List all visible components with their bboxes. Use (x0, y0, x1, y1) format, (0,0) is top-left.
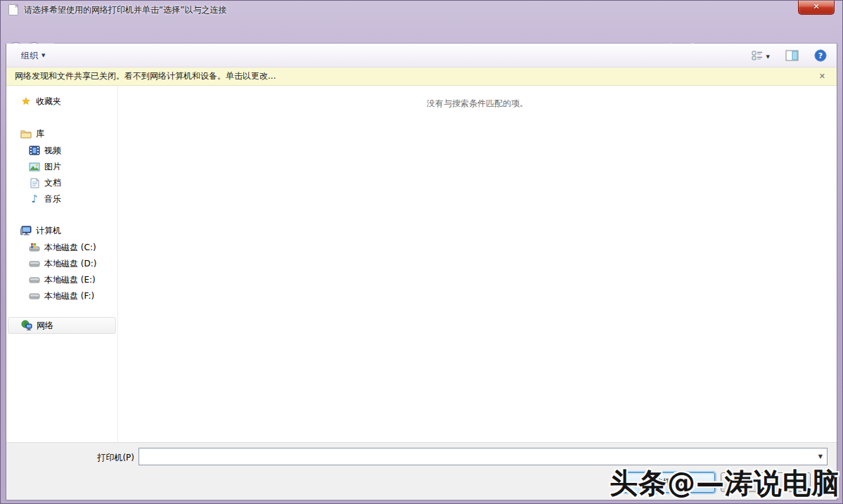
printer-label: 打印机(P) (74, 452, 134, 464)
infobar-close-icon[interactable]: ✕ (816, 72, 828, 81)
sidebar-item-local-disk-f[interactable]: 本地磁盘 (F:) (29, 289, 94, 303)
preview-pane-icon (785, 50, 799, 63)
drive-icon (29, 274, 40, 285)
videos-icon (29, 145, 40, 156)
sidebar-item-label: 计算机 (36, 225, 61, 237)
system-drive-icon (29, 242, 40, 253)
sidebar-item-documents[interactable]: 文档 (29, 176, 61, 190)
organize-button[interactable]: 组织▼ (15, 48, 51, 64)
close-button[interactable]: ✕ (798, 0, 835, 15)
sidebar-item-label: 文档 (44, 177, 61, 189)
computer-icon (20, 225, 32, 236)
sidebar-item-label: 本地磁盘 (C:) (44, 242, 96, 254)
toutiao-watermark: 头条@—涛说电脑 (610, 464, 840, 503)
change-view-button[interactable]: ▼ (749, 49, 773, 65)
navigation-pane: ★ 收藏夹 库 视频 (6, 86, 117, 442)
sidebar-item-favorites[interactable]: ★ 收藏夹 (20, 94, 61, 108)
sidebar-item-videos[interactable]: 视频 (29, 143, 61, 157)
network-discovery-infobar[interactable]: 网络发现和文件共享已关闭。看不到网络计算机和设备。单击以更改... ✕ (6, 67, 837, 86)
sidebar-item-local-disk-e[interactable]: 本地磁盘 (E:) (29, 273, 96, 287)
client-area: 组织▼ ▼ ? (6, 44, 837, 500)
window-title: 请选择希望使用的网络打印机并单击“选择”以与之连接 (24, 4, 226, 16)
sidebar-item-computer[interactable]: 计算机 (20, 224, 61, 238)
sidebar-item-label: 收藏夹 (36, 96, 61, 108)
sidebar-item-pictures[interactable]: 图片 (29, 160, 61, 174)
content-area: ★ 收藏夹 库 视频 (6, 86, 837, 442)
chevron-down-icon: ▼ (766, 54, 770, 60)
help-icon: ? (814, 49, 827, 64)
combobox-dropdown-icon[interactable]: ▼ (814, 453, 827, 460)
sidebar-item-label: 网络 (37, 320, 53, 332)
navigation-bar: ◄ ► ▼ ▶ 网络 ▼ ⟳ (0, 20, 843, 44)
sidebar-item-label: 本地磁盘 (F:) (44, 290, 94, 302)
help-button[interactable]: ? (811, 47, 830, 66)
libraries-folder-icon (20, 128, 32, 139)
command-toolbar: 组织▼ ▼ ? (6, 44, 837, 67)
sidebar-item-local-disk-d[interactable]: 本地磁盘 (D:) (29, 257, 96, 271)
svg-text:?: ? (818, 51, 823, 60)
network-icon (21, 320, 32, 331)
sidebar-item-label: 库 (36, 128, 44, 140)
sidebar-item-label: 音乐 (44, 193, 61, 205)
sidebar-item-label: 本地磁盘 (D:) (44, 258, 96, 270)
sidebar-item-music[interactable]: ♪ 音乐 (29, 192, 61, 206)
document-icon (8, 4, 18, 15)
sidebar-item-network[interactable]: 网络 (8, 317, 116, 334)
sidebar-item-label: 图片 (44, 161, 61, 173)
pictures-icon (29, 161, 40, 172)
sidebar-item-label: 视频 (44, 145, 61, 157)
empty-results-message: 没有与搜索条件匹配的项。 (427, 98, 528, 110)
sidebar-item-local-disk-c[interactable]: 本地磁盘 (C:) (29, 240, 96, 254)
documents-icon (29, 177, 40, 188)
title-bar[interactable]: 请选择希望使用的网络打印机并单击“选择”以与之连接 (0, 0, 843, 20)
printer-combobox[interactable]: ▼ (139, 448, 828, 465)
organize-label: 组织 (21, 51, 38, 60)
drive-icon (29, 290, 40, 302)
views-icon (752, 51, 763, 63)
close-icon: ✕ (813, 2, 819, 11)
sidebar-item-label: 本地磁盘 (E:) (44, 274, 96, 286)
infobar-message: 网络发现和文件共享已关闭。看不到网络计算机和设备。单击以更改... (15, 70, 276, 82)
preview-pane-button[interactable] (783, 48, 802, 65)
chevron-down-icon: ▼ (41, 53, 45, 58)
drive-icon (29, 258, 40, 269)
sidebar-item-libraries[interactable]: 库 (20, 127, 44, 141)
file-list-area[interactable]: 没有与搜索条件匹配的项。 (118, 86, 837, 442)
music-note-icon: ♪ (29, 193, 40, 205)
star-icon: ★ (20, 96, 32, 107)
dialog-window: 请选择希望使用的网络打印机并单击“选择”以与之连接 ✕ ◄ ► ▼ ▶ 网络 ▼… (0, 0, 843, 504)
